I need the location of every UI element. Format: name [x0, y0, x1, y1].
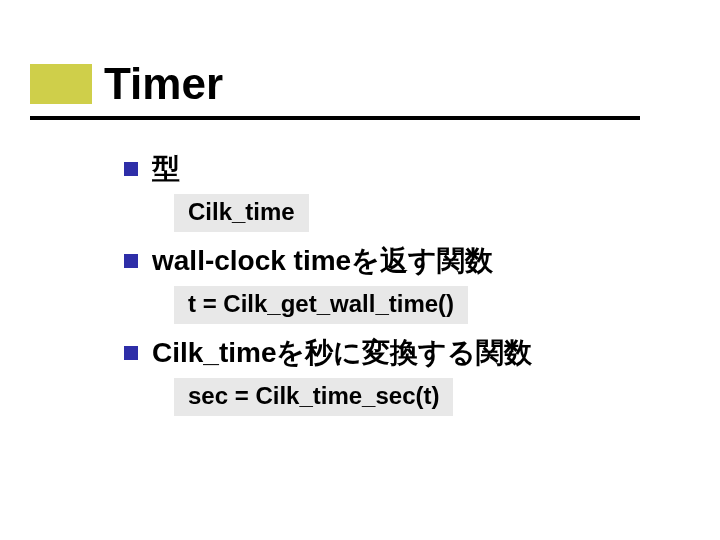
square-bullet-icon — [124, 162, 138, 176]
code-box: sec = Cilk_time_sec(t) — [174, 378, 453, 416]
list-item: wall-clock timeを返す関数 t = Cilk_get_wall_t… — [124, 242, 680, 324]
list-item: 型 Cilk_time — [124, 150, 680, 232]
title-underline — [30, 116, 640, 120]
item-head: wall-clock timeを返す関数 — [124, 242, 680, 280]
square-bullet-icon — [124, 346, 138, 360]
title-accent-box — [30, 64, 92, 104]
list-item: Cilk_timeを秒に変換する関数 sec = Cilk_time_sec(t… — [124, 334, 680, 416]
code-line: Cilk_time — [174, 194, 680, 232]
code-box: t = Cilk_get_wall_time() — [174, 286, 468, 324]
square-bullet-icon — [124, 254, 138, 268]
item-label: Cilk_timeを秒に変換する関数 — [152, 334, 533, 372]
code-box: Cilk_time — [174, 194, 309, 232]
item-head: 型 — [124, 150, 680, 188]
item-label: 型 — [152, 150, 180, 188]
code-line: sec = Cilk_time_sec(t) — [174, 378, 680, 416]
title-row: Timer — [30, 62, 690, 106]
item-head: Cilk_timeを秒に変換する関数 — [124, 334, 680, 372]
page-title: Timer — [104, 62, 223, 106]
content-area: 型 Cilk_time wall-clock timeを返す関数 t = Cil… — [124, 150, 680, 426]
item-label: wall-clock timeを返す関数 — [152, 242, 493, 280]
slide: Timer 型 Cilk_time wall-clock timeを返す関数 t… — [0, 0, 720, 540]
code-line: t = Cilk_get_wall_time() — [174, 286, 680, 324]
